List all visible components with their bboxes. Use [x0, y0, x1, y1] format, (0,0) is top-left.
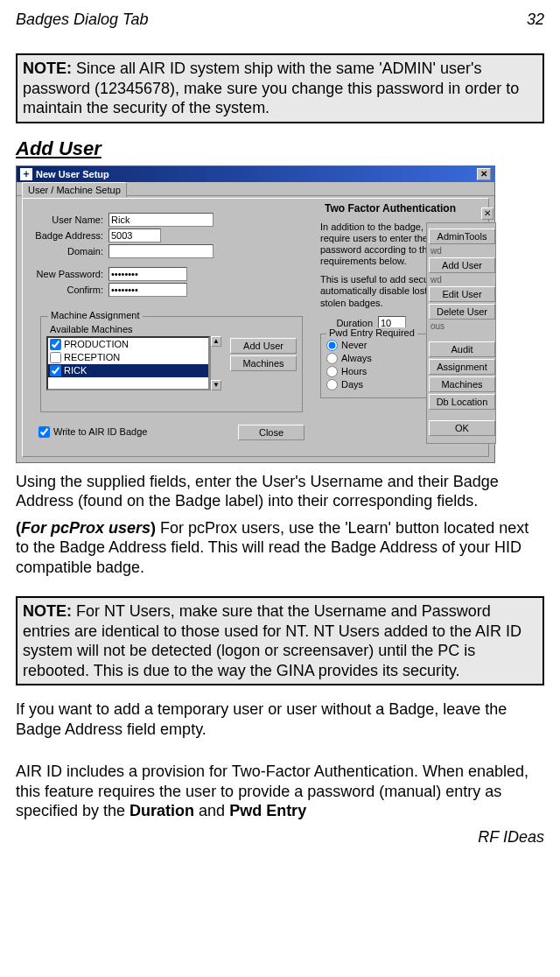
background-dialog: ✕ AdminTools wd Add User wd Edit User De… [426, 222, 496, 444]
write-airid-label: Write to AIR ID Badge [53, 426, 147, 437]
page-header-left: Badges Dialog Tab [16, 11, 148, 29]
note2-text: For NT Users, make sure that the Usernam… [23, 602, 522, 679]
note1-label: NOTE: [23, 60, 72, 77]
list-item: RECEPTION [48, 351, 208, 364]
page-header-right: 32 [527, 11, 544, 29]
radio-label: Always [341, 353, 372, 363]
scroll-down-icon[interactable]: ▼ [211, 380, 221, 390]
p4-b2: Pwd Entry [229, 802, 306, 819]
radio-days[interactable] [326, 379, 338, 390]
radio-label: Never [341, 340, 367, 350]
machines-button-back[interactable]: Machines [429, 376, 495, 392]
admintools-button[interactable]: AdminTools [429, 228, 495, 244]
label-domain: Domain: [28, 246, 103, 257]
tfa-heading: Two Factor Authentication [320, 202, 460, 214]
label-newpwd: New Password: [28, 269, 103, 279]
list-item-label: PRODUCTION [64, 339, 129, 349]
radio-label: Hours [341, 366, 367, 376]
edit-user-button[interactable]: Edit User [429, 286, 495, 302]
note1-text: Since all AIR ID system ship with the sa… [23, 60, 519, 116]
domain-input[interactable] [108, 244, 214, 258]
radio-always[interactable] [326, 353, 338, 364]
delete-user-button[interactable]: Delete User [429, 304, 495, 320]
titlebar: + New User Setup ✕ [17, 166, 494, 182]
list-item: PRODUCTION [48, 338, 208, 351]
p2-bolditalic: For pcProx users [21, 519, 150, 537]
back-close-icon[interactable]: ✕ [481, 207, 494, 220]
list-item-label: RICK [64, 365, 87, 376]
machine-group-legend: Machine Assignment [48, 310, 143, 320]
tab-bar: User / Machine Setup [17, 182, 494, 196]
note-box-2: NOTE: For NT Users, make sure that the U… [16, 596, 544, 685]
paragraph-2: (For pcProx users) For pcProx users, use… [16, 518, 544, 578]
radio-never[interactable] [326, 340, 338, 351]
confirm-password-input[interactable] [108, 283, 187, 297]
assignment-button[interactable]: Assignment [429, 359, 495, 375]
username-input[interactable] [108, 213, 214, 227]
available-machines-listbox[interactable]: PRODUCTION RECEPTION RICK [46, 336, 210, 390]
list-item-label: RECEPTION [64, 352, 120, 362]
radio-hours[interactable] [326, 366, 338, 377]
available-machines-label: Available Machines [50, 324, 297, 334]
audit-button[interactable]: Audit [429, 341, 495, 357]
label-confirm: Confirm: [28, 285, 103, 295]
write-airid-checkbox[interactable] [38, 426, 50, 438]
label-badge: Badge Address: [28, 230, 103, 241]
list-item: RICK [48, 364, 208, 377]
back-stub: wd [430, 246, 494, 256]
ok-button[interactable]: OK [429, 420, 495, 436]
back-stub: ous [430, 321, 494, 331]
machines-button[interactable]: Machines [230, 355, 297, 371]
dialog-pane: User Name: Badge Address: Domain: New Pa… [22, 198, 489, 457]
section-heading: Add User [16, 137, 544, 160]
close-icon[interactable]: ✕ [477, 168, 491, 180]
window-title: New User Setup [36, 169, 477, 179]
radio-label: Days [341, 379, 363, 390]
paragraph-4: AIR ID includes a provision for Two-Fact… [16, 762, 544, 821]
page-footer: RF IDeas [16, 828, 544, 847]
new-password-input[interactable] [108, 267, 187, 281]
paragraph-1: Using the supplied fields, enter the Use… [16, 472, 544, 511]
checkbox-rick[interactable] [50, 365, 61, 376]
back-stub: wd [430, 275, 494, 285]
db-location-button[interactable]: Db Location [429, 394, 495, 410]
note2-label: NOTE: [23, 602, 72, 620]
note-box-1: NOTE: Since all AIR ID system ship with … [16, 53, 544, 123]
checkbox-production[interactable] [50, 339, 61, 350]
radio-legend: Pwd Entry Required [326, 327, 417, 338]
tab-user-machine-setup[interactable]: User / Machine Setup [22, 182, 127, 197]
badge-address-input[interactable] [108, 228, 161, 242]
listbox-scrollbar[interactable]: ▲▼ [210, 336, 221, 390]
label-username: User Name: [28, 214, 103, 225]
screenshot-new-user-setup: + New User Setup ✕ User / Machine Setup … [16, 165, 495, 463]
p4-b1: Duration [130, 802, 194, 819]
add-user-button[interactable]: Add User [230, 338, 297, 354]
p4-mid: and [194, 802, 229, 819]
close-button[interactable]: Close [238, 425, 304, 440]
add-user-button-back[interactable]: Add User [429, 257, 495, 273]
app-icon: + [20, 168, 32, 180]
scroll-up-icon[interactable]: ▲ [211, 336, 221, 347]
checkbox-reception[interactable] [50, 352, 61, 363]
paragraph-3: If you want to add a temporary user or u… [16, 699, 544, 739]
